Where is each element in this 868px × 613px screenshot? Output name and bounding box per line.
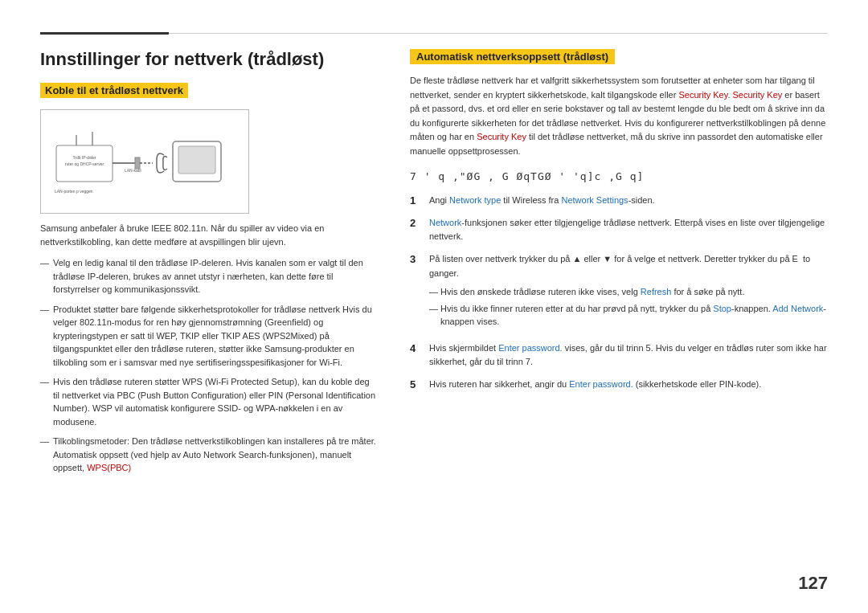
svg-text:LAN-kabl: LAN-kabl: [125, 168, 141, 173]
network-diagram-svg: Trdb IP-deler ruter og DHCP-server LAN-p…: [48, 117, 241, 206]
step-3-num: 3: [410, 252, 423, 267]
steps-list: 1 Angi Network type til Wireless fra Net…: [410, 194, 828, 392]
left-column: Innstillinger for nettverk (trådløst) Ko…: [40, 49, 378, 589]
left-bullet-list: Velg en ledig kanal til den trådløse IP-…: [40, 256, 378, 475]
section2-heading: Automatisk nettverksoppsett (trådløst): [410, 49, 615, 64]
step-4-num: 4: [410, 341, 423, 356]
svg-text:LAN-porten p veggen: LAN-porten p veggen: [55, 189, 93, 194]
step-5-num: 5: [410, 378, 423, 392]
network-link: Network: [429, 218, 461, 227]
wps-link[interactable]: WPS(PBC): [87, 463, 131, 472]
step-1-text: Angi Network type til Wireless fra Netwo…: [429, 194, 655, 208]
svg-rect-7: [135, 157, 140, 169]
enter-password-5-link: Enter password.: [569, 379, 633, 389]
bullet-item-1: Velg en ledig kanal til den trådløse IP-…: [40, 256, 378, 296]
step-5-text: Hvis ruteren har sikkerhet, angir du Ent…: [429, 378, 761, 392]
step-2: 2 Network-funksjonen søker etter tilgjen…: [410, 216, 828, 244]
step-3-subbullets: Hvis den ønskede trådløse ruteren ikke v…: [429, 285, 828, 329]
step-1: 1 Angi Network type til Wireless fra Net…: [410, 194, 828, 208]
page-container: Innstillinger for nettverk (trådløst) Ko…: [0, 0, 868, 613]
stop-link: Stop: [713, 304, 731, 313]
bullet-item-4: Tilkoblingsmetoder: Den trådløse nettver…: [40, 435, 378, 475]
encoded-line: 7 ' q ,"ØG , G ØqTGØ ' 'q]c ,G q]: [410, 170, 828, 182]
step-2-text: Network-funksjonen søker etter tilgjenge…: [429, 216, 828, 244]
note-text: Samsung anbefaler å bruke IEEE 802.11n. …: [40, 222, 378, 248]
svg-text:Trdb IP-deler: Trdb IP-deler: [73, 155, 96, 160]
right-column: Automatisk nettverksoppsett (trådløst) D…: [410, 49, 828, 589]
security-key-1: Security Key: [678, 90, 727, 100]
right-intro: De fleste trådløse nettverk har et valfg…: [410, 74, 828, 159]
top-rule-light: [169, 33, 828, 34]
step-3-content: På listen over nettverk trykker du på ▲ …: [429, 252, 828, 333]
security-key-2: Security Key: [733, 90, 783, 100]
step-3: 3 På listen over nettverk trykker du på …: [410, 252, 828, 333]
network-settings-link: Network Settings: [561, 195, 628, 205]
step-1-num: 1: [410, 194, 423, 208]
page-number: 127: [798, 573, 828, 594]
bullet-item-2: Produktet støtter bare følgende sikkerhe…: [40, 303, 378, 370]
refresh-link: Refresh: [641, 287, 672, 296]
step-4-text: Hvis skjermbildet Enter password. vises,…: [429, 341, 828, 370]
network-diagram: Trdb IP-deler ruter og DHCP-server LAN-p…: [40, 109, 249, 214]
network-type-link: Network type: [449, 195, 501, 205]
top-rule-dark: [40, 32, 169, 35]
add-network-link: Add Network: [772, 304, 823, 313]
security-key-3: Security Key: [477, 132, 526, 141]
step-3-text: På listen over nettverk trykker du på ▲ …: [429, 254, 810, 278]
top-rule-bar: [40, 32, 828, 35]
step-4: 4 Hvis skjermbildet Enter password. vise…: [410, 341, 828, 370]
section1-heading: Koble til et trådløst nettverk: [40, 83, 188, 98]
step-5: 5 Hvis ruteren har sikkerhet, angir du E…: [410, 378, 828, 392]
svg-rect-11: [178, 146, 215, 174]
enter-password-4-link: Enter password.: [498, 343, 562, 353]
sub-bullet-refresh: Hvis den ønskede trådløse ruteren ikke v…: [429, 285, 828, 299]
bullet-item-3: Hvis den trådløse ruteren støtter WPS (W…: [40, 375, 378, 428]
content-columns: Innstillinger for nettverk (trådløst) Ko…: [40, 49, 828, 589]
sub-bullet-stop: Hvis du ikke finner ruteren etter at du …: [429, 302, 828, 329]
svg-text:ruter og DHCP-server: ruter og DHCP-server: [65, 161, 104, 166]
step-2-num: 2: [410, 216, 423, 231]
page-title: Innstillinger for nettverk (trådløst): [40, 49, 378, 70]
